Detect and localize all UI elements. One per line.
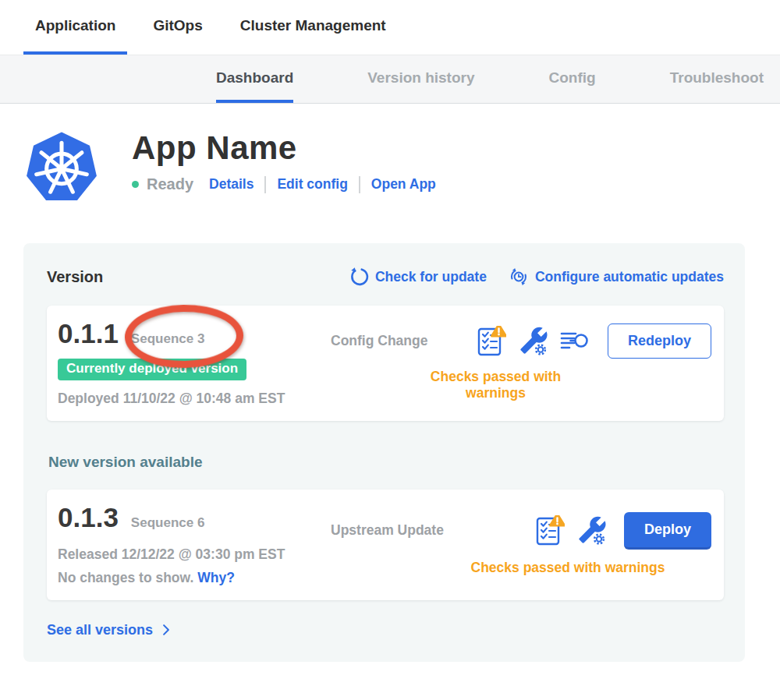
schedule-update-icon: [509, 267, 529, 287]
primary-nav: Application GitOps Cluster Management: [0, 0, 780, 55]
divider: [264, 176, 266, 193]
current-version-number: 0.1.1: [58, 318, 119, 349]
configure-automatic-updates-label: Configure automatic updates: [535, 269, 724, 285]
checks-status-text: Checks passed with warnings: [331, 560, 711, 576]
version-panel-title: Version: [47, 268, 349, 286]
app-status: Ready: [147, 175, 193, 193]
status-dot-icon: [132, 181, 139, 188]
app-header: App Name Ready Details Edit config Open …: [26, 130, 780, 206]
preflight-checks-icon[interactable]: [475, 326, 506, 357]
available-version-number: 0.1.3: [58, 502, 119, 533]
edit-config-link[interactable]: Edit config: [277, 176, 347, 193]
edit-config-icon[interactable]: [517, 326, 548, 357]
app-title: App Name: [132, 130, 436, 166]
tab-gitops[interactable]: GitOps: [141, 0, 214, 55]
version-panel: Version Check for update Configure autom…: [23, 243, 745, 662]
tab-dashboard[interactable]: Dashboard: [216, 55, 293, 103]
new-version-heading: New version available: [48, 454, 724, 471]
no-changes-text: No changes to show.: [58, 570, 193, 585]
kubernetes-logo-icon: [26, 130, 98, 206]
check-for-update-label: Check for update: [375, 269, 487, 285]
tab-cluster-management[interactable]: Cluster Management: [229, 0, 398, 55]
version-source-label: Config Change: [331, 333, 475, 349]
edit-config-icon[interactable]: [576, 515, 607, 546]
refresh-icon: [349, 267, 369, 287]
open-app-link[interactable]: Open App: [371, 176, 436, 193]
deployed-timestamp: Deployed 11/10/22 @ 10:48 am EST: [58, 390, 331, 407]
app-sub-nav: Dashboard Version history Config Trouble…: [0, 55, 780, 104]
chevron-right-icon: [158, 622, 174, 638]
current-version-card: 0.1.1 Sequence 3 Currently deployed vers…: [47, 306, 724, 421]
check-for-update-link[interactable]: Check for update: [349, 267, 487, 287]
why-link[interactable]: Why?: [197, 570, 235, 585]
tab-application[interactable]: Application: [23, 0, 127, 55]
see-all-versions-label: See all versions: [47, 622, 153, 638]
current-version-sequence: Sequence 3: [131, 331, 205, 347]
released-timestamp: Released 12/12/22 @ 03:30 pm EST: [58, 546, 331, 563]
tab-troubleshoot[interactable]: Troubleshoot: [670, 55, 764, 103]
version-source-label: Upstream Update: [331, 522, 534, 539]
details-link[interactable]: Details: [209, 176, 254, 193]
configure-automatic-updates-link[interactable]: Configure automatic updates: [509, 267, 724, 287]
available-version-sequence: Sequence 6: [131, 515, 205, 531]
checks-status-text: Checks passed with warnings: [331, 369, 711, 401]
divider: [359, 176, 360, 193]
available-version-card: 0.1.3 Sequence 6 Released 12/12/22 @ 03:…: [47, 490, 724, 599]
tab-version-history[interactable]: Version history: [367, 55, 474, 103]
deploy-button[interactable]: Deploy: [624, 512, 711, 550]
tab-config[interactable]: Config: [549, 55, 596, 103]
redeploy-button[interactable]: Redeploy: [608, 323, 711, 359]
currently-deployed-badge: Currently deployed version: [58, 359, 246, 380]
view-diff-icon[interactable]: [559, 326, 590, 357]
preflight-checks-icon[interactable]: [534, 515, 565, 546]
see-all-versions-link[interactable]: See all versions: [47, 622, 174, 638]
